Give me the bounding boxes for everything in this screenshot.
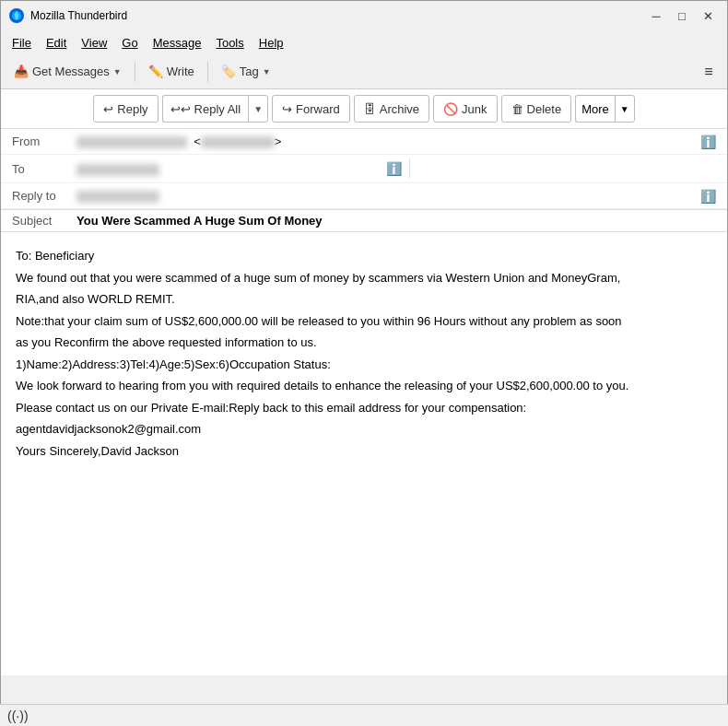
reply-all-label: Reply All — [194, 102, 241, 116]
subject-row: Subject You Were Scammed A Huge Sum Of M… — [1, 209, 727, 231]
more-label: More — [581, 102, 609, 116]
menu-tools[interactable]: Tools — [208, 34, 251, 52]
body-line-6: We look forward to hearing from you with… — [16, 377, 712, 395]
reply-all-icon: ↩↩ — [170, 102, 191, 116]
from-row: From <> ℹ️ — [1, 129, 727, 155]
title-bar: Mozilla Thunderbird ─ □ ✕ — [1, 1, 727, 30]
more-dropdown-icon: ▼ — [620, 104, 629, 114]
menu-go[interactable]: Go — [114, 34, 145, 52]
body-line-5: 1)Name:2)Address:3)Tel:4)Age:5)Sex:6)Occ… — [16, 356, 712, 374]
replyto-label: Reply to — [12, 189, 76, 203]
body-line-7: Please contact us on our Private E-mail:… — [16, 399, 712, 417]
write-icon: ✏️ — [148, 64, 163, 78]
archive-label: Archive — [380, 102, 419, 116]
forward-label: Forward — [296, 102, 340, 116]
menu-view[interactable]: View — [74, 34, 114, 52]
menu-message[interactable]: Message — [146, 34, 209, 52]
toolbar-divider-2 — [207, 62, 208, 82]
tag-dropdown-icon[interactable]: ▼ — [263, 67, 271, 76]
reply-label: Reply — [117, 102, 147, 116]
archive-icon: 🗄 — [364, 102, 376, 116]
junk-label: Junk — [462, 102, 487, 116]
email-header: From <> ℹ️ To ℹ️ Reply to ℹ️ Subject You… — [1, 129, 727, 232]
toolbar-divider-1 — [135, 62, 135, 82]
tag-label: Tag — [240, 64, 259, 78]
body-line-2: RIA,and also WORLD REMIT. — [16, 290, 712, 309]
subject-label: Subject — [12, 214, 76, 228]
from-value: <> — [76, 135, 697, 148]
replyto-info-icon[interactable]: ℹ️ — [700, 189, 716, 204]
body-line-1: We found out that you were scammed of a … — [16, 269, 712, 287]
forward-button[interactable]: ↪ Forward — [272, 95, 350, 123]
write-button[interactable]: ✏️ Write — [141, 59, 202, 85]
subject-value: You Were Scammed A Huge Sum Of Money — [76, 214, 323, 228]
app-logo-icon — [8, 7, 25, 24]
status-bar: ((·)) — [0, 704, 728, 726]
tag-icon: 🏷️ — [221, 64, 236, 78]
close-button[interactable]: ✕ — [696, 6, 720, 26]
archive-button[interactable]: 🗄 Archive — [354, 95, 429, 123]
menu-file[interactable]: File — [5, 34, 39, 52]
body-line-9: Yours Sincerely,David Jackson — [16, 442, 712, 461]
body-line-3: Note:that your claim sum of US$2,600,000… — [16, 312, 712, 331]
delete-button[interactable]: 🗑 Delete — [501, 95, 572, 123]
write-label: Write — [167, 64, 194, 78]
get-messages-icon: 📥 — [14, 64, 29, 78]
from-info-icon[interactable]: ℹ️ — [700, 135, 716, 149]
wifi-icon: ((·)) — [7, 708, 29, 723]
body-line-0: To: Beneficiary — [16, 247, 712, 265]
minimize-button[interactable]: ─ — [644, 6, 668, 26]
reply-icon: ↩ — [103, 102, 113, 116]
menu-bar: File Edit View Go Message Tools Help — [1, 30, 727, 54]
junk-icon: 🚫 — [443, 102, 458, 116]
to-value-blurred — [76, 164, 159, 176]
menu-help[interactable]: Help — [252, 34, 291, 52]
to-right-divider — [409, 158, 716, 179]
email-body: To: Beneficiary We found out that you we… — [1, 232, 727, 675]
body-line-4: as you Reconfirm the above requested inf… — [16, 334, 712, 352]
delete-label: Delete — [527, 102, 562, 116]
menu-edit[interactable]: Edit — [39, 34, 74, 52]
more-label-part[interactable]: More — [575, 95, 615, 123]
replyto-value-blurred — [76, 191, 159, 203]
reply-all-dropdown-button[interactable]: ▼ — [248, 95, 268, 123]
from-email-blurred — [201, 136, 275, 148]
app-title: Mozilla Thunderbird — [30, 9, 127, 22]
delete-icon: 🗑 — [511, 102, 523, 116]
from-label: From — [12, 135, 76, 148]
window-controls: ─ □ ✕ — [644, 6, 720, 26]
toolbar: 📥 Get Messages ▼ ✏️ Write 🏷️ Tag ▼ ≡ — [1, 54, 727, 89]
reply-all-split: ↩↩ Reply All ▼ — [162, 95, 268, 123]
junk-button[interactable]: 🚫 Junk — [433, 95, 497, 123]
replyto-row: Reply to ℹ️ — [1, 183, 727, 209]
hamburger-menu-button[interactable]: ≡ — [696, 59, 722, 85]
get-messages-dropdown-icon[interactable]: ▼ — [113, 67, 122, 76]
body-line-8: agentdavidjacksonok2@gmail.com — [16, 420, 712, 439]
to-info-icon[interactable]: ℹ️ — [386, 161, 402, 176]
to-value — [76, 161, 382, 175]
from-name-blurred — [76, 136, 187, 148]
get-messages-button[interactable]: 📥 Get Messages ▼ — [6, 59, 129, 85]
to-row: To ℹ️ — [1, 155, 727, 183]
maximize-button[interactable]: □ — [670, 6, 694, 26]
tag-button[interactable]: 🏷️ Tag ▼ — [214, 59, 278, 85]
reply-all-dropdown-icon: ▼ — [253, 104, 263, 114]
reply-all-button[interactable]: ↩↩ Reply All — [162, 95, 249, 123]
title-bar-left: Mozilla Thunderbird — [8, 7, 127, 24]
reply-button[interactable]: ↩ Reply — [93, 95, 158, 123]
more-dropdown-button[interactable]: ▼ — [615, 95, 635, 123]
replyto-value — [76, 189, 697, 203]
to-label: To — [12, 162, 76, 176]
action-bar: ↩ Reply ↩↩ Reply All ▼ ↪ Forward 🗄 Archi… — [1, 89, 727, 129]
forward-icon: ↪ — [282, 102, 292, 116]
more-split: More ▼ — [575, 95, 635, 123]
get-messages-label: Get Messages — [32, 64, 110, 78]
